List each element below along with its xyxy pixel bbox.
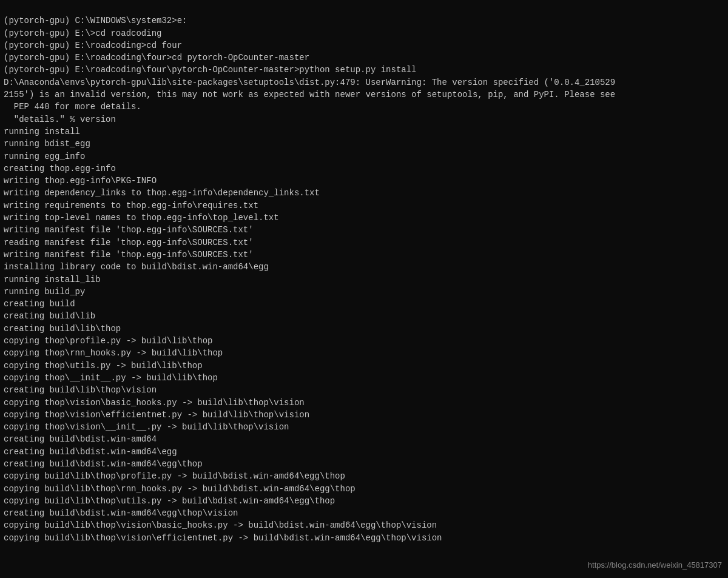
terminal-line: (pytorch-gpu) E:\roadcoding>cd four <box>4 39 724 52</box>
terminal-line: creating build\lib\thop\vision <box>4 384 724 396</box>
terminal-line: installing library code to build\bdist.w… <box>4 261 724 273</box>
terminal-line: running egg_info <box>4 150 724 163</box>
terminal-line: copying thop\vision\__init__.py -> build… <box>4 421 724 433</box>
terminal-line: creating build\lib <box>4 310 724 322</box>
terminal-line: writing requirements to thop.egg-info\re… <box>4 200 724 212</box>
terminal-line: D:\Anaconda\envs\pytorch-gpu\lib\site-pa… <box>4 76 724 89</box>
terminal-line: writing manifest file 'thop.egg-info\SOU… <box>4 224 724 236</box>
terminal-line: writing top-level names to thop.egg-info… <box>4 212 724 224</box>
terminal-line: copying thop\vision\basic_hooks.py -> bu… <box>4 397 724 409</box>
watermark: https://blog.csdn.net/weixin_45817307 <box>588 560 722 570</box>
terminal-line: copying build\lib\thop\vision\basic_hook… <box>4 519 724 531</box>
terminal-line: running build_py <box>4 286 724 298</box>
terminal-line: writing manifest file 'thop.egg-info\SOU… <box>4 249 724 261</box>
terminal-line: writing dependency_links to thop.egg-inf… <box>4 187 724 199</box>
terminal-line: creating build\bdist.win-amd64\egg\thop\… <box>4 507 724 519</box>
terminal-line: creating build\bdist.win-amd64 <box>4 433 724 445</box>
terminal-line: running install <box>4 126 724 138</box>
terminal-window: (pytorch-gpu) C:\WINDOWS\system32>e:(pyt… <box>0 0 728 578</box>
terminal-line: copying thop\__init__.py -> build\lib\th… <box>4 372 724 384</box>
terminal-line: (pytorch-gpu) E:\>cd roadcoding <box>4 27 724 39</box>
terminal-line: creating build\bdist.win-amd64\egg <box>4 446 724 458</box>
terminal-line: copying thop\rnn_hooks.py -> build\lib\t… <box>4 347 724 359</box>
terminal-line: running bdist_egg <box>4 138 724 150</box>
terminal-line: creating build\bdist.win-amd64\egg\thop <box>4 458 724 470</box>
terminal-line: reading manifest file 'thop.egg-info\SOU… <box>4 237 724 249</box>
terminal-line: "details." % version <box>4 113 724 126</box>
terminal-line: (pytorch-gpu) C:\WINDOWS\system32>e: <box>4 15 724 27</box>
terminal-line: copying thop\utils.py -> build\lib\thop <box>4 360 724 372</box>
terminal-line: copying build\lib\thop\vision\efficientn… <box>4 532 724 544</box>
terminal-line: copying build\lib\thop\utils.py -> build… <box>4 495 724 507</box>
terminal-line: (pytorch-gpu) E:\roadcoding\four\pytorch… <box>4 64 724 76</box>
terminal-line: running install_lib <box>4 274 724 286</box>
terminal-line: 2155') is an invalid version, this may n… <box>4 89 724 101</box>
terminal-line: copying thop\profile.py -> build\lib\tho… <box>4 335 724 347</box>
terminal-line: (pytorch-gpu) E:\roadcoding\four>cd pyto… <box>4 52 724 64</box>
terminal-line: copying build\lib\thop\profile.py -> bui… <box>4 470 724 482</box>
terminal-line: creating build\lib\thop <box>4 323 724 335</box>
terminal-line: copying build\lib\thop\rnn_hooks.py -> b… <box>4 483 724 495</box>
terminal-line: creating build <box>4 298 724 310</box>
terminal-line: writing thop.egg-info\PKG-INFO <box>4 175 724 187</box>
terminal-line: creating thop.egg-info <box>4 163 724 175</box>
terminal-line: PEP 440 for more details. <box>4 101 724 113</box>
terminal-line: copying thop\vision\efficientnet.py -> b… <box>4 409 724 421</box>
